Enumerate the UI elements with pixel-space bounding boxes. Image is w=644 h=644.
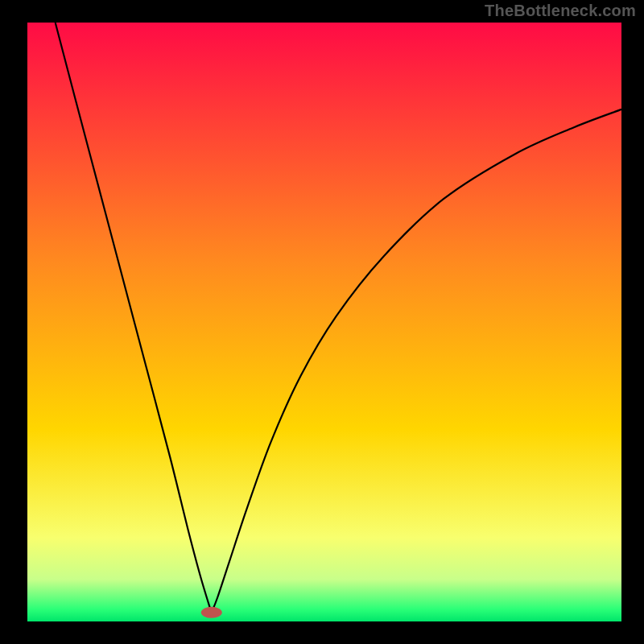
plot-area [27,23,621,621]
minimum-marker [201,607,222,618]
chart-svg [0,0,644,644]
watermark-text: TheBottleneck.com [485,2,636,20]
chart-root: TheBottleneck.com [0,0,644,644]
